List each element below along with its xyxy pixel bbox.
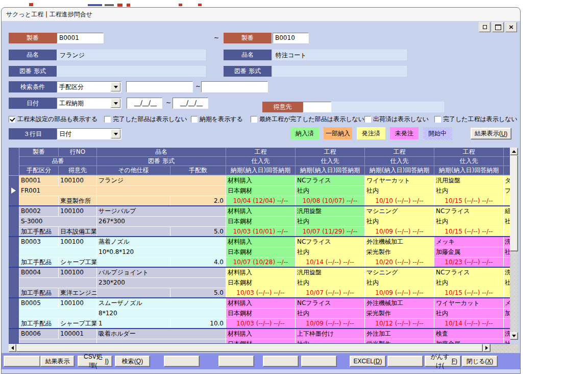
process-date-cell[interactable]: 10/08 (10/07) --/-- [296,196,365,205]
process-name-cell[interactable]: ワイヤーカット [365,176,434,185]
cell-other-spec[interactable] [97,258,170,267]
row-header-cell[interactable] [9,329,19,344]
horizontal-scrollbar[interactable] [9,344,491,352]
cell-part-name[interactable]: 吸着ホルダー [97,329,226,339]
result-display-button[interactable]: 結果表示 [40,356,75,367]
process-supplier-cell[interactable]: 社内 [296,217,365,226]
checkbox-item-5[interactable]: 完了した工程は表示しない [434,115,518,123]
cell-part-name[interactable]: バルブジョイント [97,268,226,277]
date-to-input[interactable]: __/__/__ [173,98,208,109]
cell-other-spec[interactable] [97,196,170,205]
cell-order-type[interactable]: 加工手配品 [19,288,59,297]
checkbox-item-2[interactable]: 納期を表示する [191,115,243,123]
checkbox-box[interactable] [364,116,371,123]
checkbox-box[interactable] [9,116,15,123]
blank-button-1[interactable] [4,356,40,367]
cell-part-number[interactable]: S-3000 [19,217,97,226]
process-name-cell[interactable]: NCフライス [296,237,365,247]
process-date-cell[interactable]: 10/23 (--/--) --/-- [434,258,504,267]
show-result-button[interactable]: 結果表示(U) [471,128,511,139]
process-supplier-cell[interactable]: ブ [504,186,510,196]
process-supplier-cell[interactable]: 日本鋼材 [226,339,296,344]
search-button[interactable]: 検索(Q) [115,356,150,367]
process-name-cell[interactable]: ワイヤーカット [434,298,504,308]
process-date-cell[interactable] [504,319,510,328]
cell-drawing-format[interactable] [97,186,226,196]
minimize-button[interactable] [479,22,491,32]
process-name-cell[interactable]: 外注機械加工 [365,237,434,247]
cell-order-type[interactable] [19,196,59,205]
process-supplier-cell[interactable]: 社内 [296,186,365,196]
process-supplier-cell[interactable]: 社内 [365,217,434,226]
process-date-cell[interactable]: 10/12 (--/--) --/-- [365,319,434,328]
process-name-cell[interactable]: 検査 [434,329,504,339]
process-date-cell[interactable]: 10/09 (--/--) --/-- [296,319,365,328]
grid-row-group-B0001[interactable]: B0001100100フランジ材料購入NCフライスワイヤーカット汎用旋盤タFR0… [9,176,510,206]
scroll-right-button[interactable] [483,344,491,352]
cell-part-number[interactable] [19,278,97,288]
process-name-cell[interactable]: NCフライス [434,268,504,277]
process-supplier-cell[interactable]: 社 [504,217,510,226]
process-name-cell[interactable]: 材料購入 [226,268,296,277]
process-supplier-cell[interactable]: 社内 [296,247,365,257]
process-name-cell[interactable]: タ [504,176,510,185]
blank-button-2[interactable] [164,356,200,367]
checkbox-item-1[interactable]: 完了した部品は表示しない [104,115,187,123]
grid-row-group-B0002[interactable]: B0002100100サージバルブ材料購入汎用旋盤マシニングNCフライス組S-3… [9,206,510,237]
process-date-cell[interactable]: 10/20 (--/--) --/-- [365,258,434,267]
checkbox-box[interactable] [434,116,441,123]
process-name-cell[interactable]: メッキ [434,237,504,247]
cell-other-spec[interactable]: 1 [97,319,170,328]
cell-order-qty[interactable]: 5.0 [170,227,226,236]
process-supplier-cell[interactable]: 日本鋼材 [226,309,296,318]
scroll-left-button[interactable] [9,344,16,352]
process-name-cell[interactable]: 外注機械加工 [365,298,434,308]
process-date-cell[interactable]: 10/03 (--/--) --/-- [226,288,296,297]
process-date-cell[interactable] [504,288,510,297]
process-name-cell[interactable]: 材料購入 [226,237,296,247]
cell-customer[interactable]: シャープ工業 [59,319,97,328]
process-supplier-cell[interactable]: 社内 [365,278,434,288]
maximize-button[interactable] [492,22,504,32]
cell-other-spec[interactable] [97,227,170,236]
process-date-cell[interactable]: 10/14 (--/--) --/-- [434,319,504,328]
date-from-input[interactable]: __/__/__ [127,98,162,109]
csv-process-button[interactable]: CSV処理(I) [78,356,112,367]
blank-button-6[interactable] [387,356,423,367]
third-line-select[interactable]: 日付 [57,128,121,139]
search-to-input[interactable] [201,81,268,92]
process-date-cell[interactable]: 10/07 (11/29) --/-- [296,227,365,236]
excel-button[interactable]: EXCEL(D) [350,356,386,367]
process-supplier-cell[interactable]: 栄光製作 [365,247,434,257]
process-name-cell[interactable]: 組 [504,206,510,216]
process-name-cell[interactable]: 洗 [504,237,510,247]
third-line-dropdown-button[interactable] [111,129,120,138]
cell-seiban[interactable]: B0004 [19,268,59,277]
process-name-cell[interactable]: 洗 [504,268,510,277]
cell-order-type[interactable]: 加工手配品 [19,319,59,328]
grid-row-group-B0006[interactable]: B0006100001吸着ホルダー材料購入上下枠墨付け外注加工検査洗日本鋼材社内… [9,329,510,344]
cell-other-spec[interactable] [97,288,170,297]
process-name-cell[interactable]: 洗 [504,329,510,339]
process-name-cell[interactable]: NCフライス [296,176,365,185]
cell-order-qty[interactable]: 5.0 [170,288,226,297]
process-supplier-cell[interactable]: 日本鋼材 [226,278,296,288]
process-name-cell[interactable]: 材料購入 [226,206,296,216]
row-header-cell[interactable] [9,268,19,297]
cell-part-name[interactable]: サージバルブ [97,206,226,216]
process-supplier-cell[interactable]: 社 [504,339,510,344]
blank-button-4[interactable] [263,356,299,367]
blank-button-3[interactable] [218,356,254,367]
checkbox-box[interactable] [251,116,257,123]
cell-seiban[interactable]: B0005 [19,298,59,308]
process-supplier-cell[interactable]: 栄光製作 [365,339,434,344]
seiban-to-input[interactable]: B0010 [273,33,309,43]
close-button[interactable]: × [505,22,517,32]
grid-row-group-B0004[interactable]: B0004100100バルブジョイント材料購入汎用旋盤マシニングNCフライス洗2… [9,268,510,298]
row-header-cell[interactable] [9,176,19,205]
process-name-cell[interactable]: NCフライス [434,206,504,216]
cell-part-name[interactable]: スムーザノズル [97,298,226,308]
cell-part-number[interactable] [19,339,97,344]
row-header-cell[interactable] [9,206,19,236]
cell-customer[interactable]: シャープ工業 [59,258,97,267]
